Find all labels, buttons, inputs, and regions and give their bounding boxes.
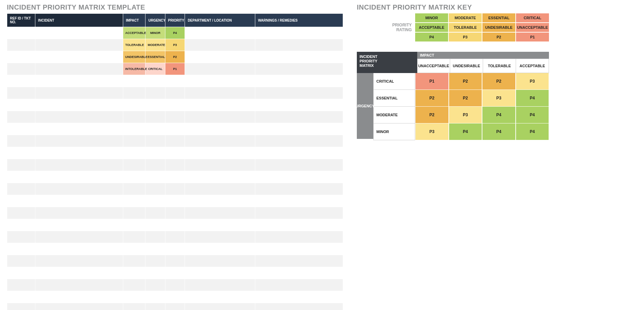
cell-empty[interactable] [185, 195, 255, 207]
cell-empty[interactable] [123, 303, 145, 310]
cell-empty[interactable] [255, 147, 343, 159]
cell-empty[interactable] [185, 147, 255, 159]
cell-incident[interactable] [35, 39, 123, 51]
cell-empty[interactable] [255, 99, 343, 111]
cell-empty[interactable] [7, 171, 35, 183]
cell-empty[interactable] [7, 99, 35, 111]
cell-empty[interactable] [255, 195, 343, 207]
cell-empty[interactable] [35, 183, 123, 195]
cell-empty[interactable] [7, 279, 35, 291]
cell-empty[interactable] [165, 279, 185, 291]
cell-empty[interactable] [145, 279, 165, 291]
cell-warn[interactable] [255, 63, 343, 75]
cell-empty[interactable] [123, 207, 145, 219]
cell-warn[interactable] [255, 51, 343, 63]
cell-empty[interactable] [123, 219, 145, 231]
cell-empty[interactable] [35, 147, 123, 159]
cell-empty[interactable] [123, 159, 145, 171]
cell-empty[interactable] [255, 267, 343, 279]
cell-empty[interactable] [7, 123, 35, 135]
cell-empty[interactable] [185, 171, 255, 183]
cell-empty[interactable] [185, 159, 255, 171]
cell-empty[interactable] [145, 159, 165, 171]
cell-priority[interactable]: P1 [165, 63, 185, 75]
cell-empty[interactable] [165, 303, 185, 310]
cell-empty[interactable] [145, 219, 165, 231]
cell-empty[interactable] [145, 267, 165, 279]
cell-empty[interactable] [7, 183, 35, 195]
cell-ref[interactable] [7, 63, 35, 75]
cell-urgency[interactable]: MINOR [145, 27, 165, 39]
cell-empty[interactable] [35, 207, 123, 219]
cell-empty[interactable] [35, 75, 123, 87]
cell-priority[interactable]: P3 [165, 39, 185, 51]
cell-empty[interactable] [185, 231, 255, 243]
cell-empty[interactable] [165, 231, 185, 243]
cell-ref[interactable] [7, 39, 35, 51]
cell-empty[interactable] [123, 171, 145, 183]
cell-empty[interactable] [123, 111, 145, 123]
cell-empty[interactable] [165, 243, 185, 255]
cell-empty[interactable] [145, 243, 165, 255]
cell-ref[interactable] [7, 51, 35, 63]
cell-empty[interactable] [185, 303, 255, 310]
cell-empty[interactable] [255, 207, 343, 219]
cell-empty[interactable] [165, 207, 185, 219]
cell-empty[interactable] [7, 87, 35, 99]
cell-empty[interactable] [35, 99, 123, 111]
cell-empty[interactable] [123, 99, 145, 111]
cell-empty[interactable] [185, 183, 255, 195]
cell-empty[interactable] [165, 99, 185, 111]
cell-empty[interactable] [35, 159, 123, 171]
cell-empty[interactable] [7, 111, 35, 123]
cell-empty[interactable] [35, 255, 123, 267]
cell-empty[interactable] [145, 75, 165, 87]
cell-empty[interactable] [123, 279, 145, 291]
cell-empty[interactable] [165, 267, 185, 279]
cell-empty[interactable] [255, 87, 343, 99]
cell-empty[interactable] [35, 243, 123, 255]
cell-empty[interactable] [185, 99, 255, 111]
cell-empty[interactable] [255, 291, 343, 303]
cell-incident[interactable] [35, 63, 123, 75]
cell-dept[interactable] [185, 27, 255, 39]
cell-empty[interactable] [165, 195, 185, 207]
cell-empty[interactable] [255, 243, 343, 255]
cell-empty[interactable] [145, 195, 165, 207]
cell-empty[interactable] [185, 135, 255, 147]
cell-empty[interactable] [165, 87, 185, 99]
cell-empty[interactable] [185, 279, 255, 291]
cell-empty[interactable] [35, 267, 123, 279]
cell-empty[interactable] [145, 207, 165, 219]
cell-empty[interactable] [165, 291, 185, 303]
cell-empty[interactable] [255, 279, 343, 291]
cell-urgency[interactable]: CRITICAL [145, 63, 165, 75]
cell-empty[interactable] [165, 147, 185, 159]
cell-empty[interactable] [165, 255, 185, 267]
cell-impact[interactable]: UNDESIRABLE [123, 51, 145, 63]
cell-empty[interactable] [35, 171, 123, 183]
cell-empty[interactable] [165, 111, 185, 123]
cell-empty[interactable] [35, 111, 123, 123]
cell-empty[interactable] [123, 195, 145, 207]
cell-empty[interactable] [123, 243, 145, 255]
cell-empty[interactable] [123, 231, 145, 243]
cell-empty[interactable] [145, 171, 165, 183]
cell-empty[interactable] [255, 75, 343, 87]
cell-empty[interactable] [185, 75, 255, 87]
cell-impact[interactable]: TOLERABLE [123, 39, 145, 51]
cell-empty[interactable] [7, 135, 35, 147]
cell-incident[interactable] [35, 51, 123, 63]
cell-empty[interactable] [7, 219, 35, 231]
cell-empty[interactable] [185, 267, 255, 279]
cell-empty[interactable] [165, 183, 185, 195]
cell-empty[interactable] [255, 123, 343, 135]
cell-empty[interactable] [123, 147, 145, 159]
cell-empty[interactable] [123, 267, 145, 279]
cell-impact[interactable]: INTOLERABLE [123, 63, 145, 75]
cell-empty[interactable] [255, 183, 343, 195]
cell-warn[interactable] [255, 39, 343, 51]
cell-empty[interactable] [185, 87, 255, 99]
cell-empty[interactable] [35, 87, 123, 99]
cell-priority[interactable]: P2 [165, 51, 185, 63]
